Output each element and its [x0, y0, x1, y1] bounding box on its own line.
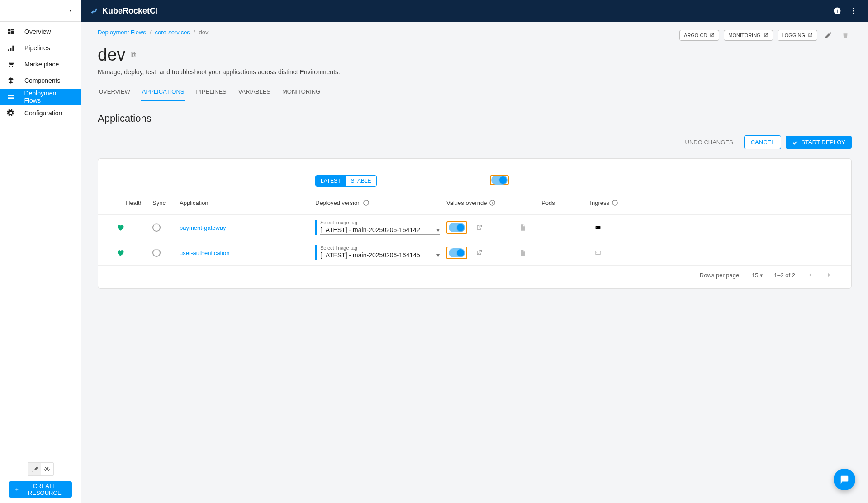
sidebar-item-overview[interactable]: Overview — [0, 24, 81, 40]
tab-overview[interactable]: OVERVIEW — [98, 84, 131, 101]
image-tag-select[interactable]: Select image tag [LATEST] - main-2025020… — [315, 220, 440, 235]
monitoring-link[interactable]: MONITORING — [724, 30, 773, 41]
toggle-latest[interactable]: LATEST — [316, 176, 346, 186]
chevron-right-icon — [825, 271, 833, 279]
col-values-override: Values overridei — [446, 199, 519, 206]
external-link-icon — [709, 33, 715, 38]
create-resource-button[interactable]: CREATE RESOURCE — [9, 481, 72, 498]
breadcrumb: Deployment Flows / core-services / dev — [98, 29, 208, 36]
health-status — [116, 249, 152, 257]
header-actions: ARGO CD MONITORING LOGGING — [679, 29, 852, 42]
cog-icon — [43, 465, 51, 473]
chevron-down-icon: ▾ — [436, 252, 440, 259]
toolbar: UNDO CHANGES CANCEL START DEPLOY — [98, 135, 852, 149]
rows-per-page-label: Rows per page: — [700, 272, 741, 279]
ingress-button[interactable] — [594, 250, 602, 256]
application-link[interactable]: user-authentication — [180, 250, 230, 256]
edit-button[interactable] — [822, 29, 835, 42]
sidebar-item-label: Components — [24, 77, 60, 84]
info-button[interactable]: i — [832, 5, 843, 16]
pods-button[interactable] — [519, 249, 578, 256]
svg-rect-16 — [595, 226, 601, 229]
layers-icon — [6, 76, 15, 85]
svg-point-19 — [596, 252, 597, 253]
col-ingress: Ingressi — [578, 199, 618, 206]
tab-pipelines[interactable]: PIPELINES — [195, 84, 228, 101]
sync-status — [152, 223, 180, 232]
rows-per-page-select[interactable]: 15 ▾ — [752, 272, 763, 279]
tab-variables[interactable]: VARIABLES — [237, 84, 271, 101]
delete-button[interactable] — [839, 29, 852, 42]
copy-button[interactable] — [130, 51, 138, 59]
prev-page-button[interactable] — [806, 271, 814, 279]
chat-fab[interactable] — [834, 469, 855, 490]
document-icon — [519, 224, 526, 231]
info-icon[interactable]: i — [612, 199, 618, 206]
values-override-all-toggle[interactable] — [490, 175, 509, 185]
svg-point-2 — [46, 468, 48, 470]
sidebar-collapse-button[interactable] — [0, 0, 81, 22]
chevron-down-icon: ▾ — [436, 226, 440, 233]
pipelines-icon — [6, 43, 15, 52]
tabs: OVERVIEW APPLICATIONS PIPELINES VARIABLE… — [98, 84, 852, 102]
theme-toggle-button[interactable] — [28, 463, 41, 475]
edit-override-button[interactable] — [475, 249, 483, 256]
svg-point-7 — [853, 13, 854, 14]
image-tag-select[interactable]: Select image tag [LATEST] - main-2025020… — [315, 245, 440, 260]
brand[interactable]: KubeRocketCI — [90, 6, 158, 16]
values-override-toggle[interactable] — [446, 221, 467, 234]
sidebar-item-deployment-flows[interactable]: Deployment Flows — [0, 89, 81, 105]
dashboard-icon — [6, 27, 15, 36]
sidebar-footer: CREATE RESOURCE — [0, 457, 81, 503]
svg-rect-0 — [8, 95, 14, 96]
pagination-range: 1–2 of 2 — [774, 272, 795, 279]
sync-spinner-icon — [152, 223, 161, 232]
logging-link[interactable]: LOGGING — [778, 30, 817, 41]
col-health: Health — [116, 199, 152, 206]
sidebar-item-label: Marketplace — [24, 61, 59, 68]
page-description: Manage, deploy, test, and troubleshoot y… — [98, 68, 852, 76]
undo-changes-button[interactable]: UNDO CHANGES — [679, 136, 740, 149]
info-icon[interactable]: i — [363, 199, 370, 206]
heart-icon — [116, 223, 124, 232]
external-link-icon — [807, 33, 813, 38]
sidebar-item-components[interactable]: Components — [0, 72, 81, 89]
toggle-stable[interactable]: STABLE — [346, 176, 376, 186]
values-override-toggle[interactable] — [446, 247, 467, 259]
cancel-button[interactable]: CANCEL — [744, 135, 782, 149]
external-link-icon — [475, 224, 483, 231]
application-link[interactable]: payment-gateway — [180, 224, 226, 231]
next-page-button[interactable] — [825, 271, 833, 279]
start-deploy-button[interactable]: START DEPLOY — [786, 136, 852, 149]
col-sync: Sync — [152, 199, 180, 206]
chevron-left-icon — [806, 271, 814, 279]
pods-button[interactable] — [519, 224, 578, 231]
breadcrumb-link-core-services[interactable]: core-services — [155, 29, 190, 36]
edit-override-button[interactable] — [475, 224, 483, 231]
svg-rect-8 — [133, 53, 136, 57]
pencil-icon — [824, 31, 832, 39]
section-title: Applications — [98, 113, 852, 124]
col-application: Application — [180, 199, 315, 206]
sidebar-item-pipelines[interactable]: Pipelines — [0, 40, 81, 56]
breadcrumb-current: dev — [199, 29, 208, 36]
tab-monitoring[interactable]: MONITORING — [281, 84, 321, 101]
breadcrumb-link-deployment-flows[interactable]: Deployment Flows — [98, 29, 146, 36]
sidebar-item-marketplace[interactable]: Marketplace — [0, 56, 81, 72]
svg-text:i: i — [837, 8, 838, 14]
argocd-link[interactable]: ARGO CD — [679, 30, 719, 41]
svg-rect-18 — [595, 251, 601, 254]
tab-applications[interactable]: APPLICATIONS — [141, 84, 185, 101]
gear-icon — [6, 109, 15, 118]
svg-point-5 — [853, 8, 854, 9]
ingress-button[interactable] — [594, 224, 602, 231]
more-button[interactable] — [848, 5, 859, 16]
chat-icon — [840, 475, 849, 484]
sidebar-item-label: Overview — [24, 28, 51, 35]
sidebar: Overview Pipelines Marketplace Component… — [0, 0, 81, 503]
info-icon[interactable]: i — [489, 199, 496, 206]
settings-button[interactable] — [41, 463, 53, 475]
sidebar-item-configuration[interactable]: Configuration — [0, 105, 81, 121]
pagination: Rows per page: 15 ▾ 1–2 of 2 — [98, 266, 851, 285]
plus-icon — [14, 486, 19, 493]
